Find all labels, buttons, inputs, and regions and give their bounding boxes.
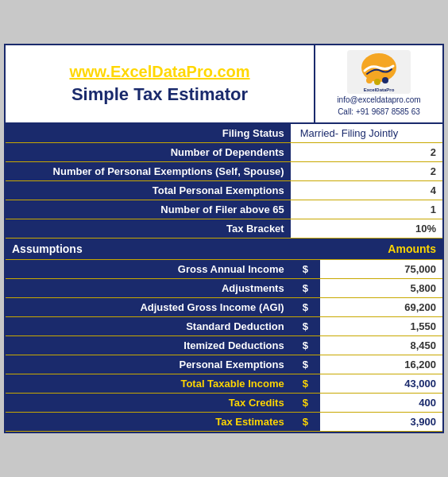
filer-65-value[interactable]: 1 <box>291 200 442 219</box>
svg-point-2 <box>366 77 373 83</box>
itemized-deductions-value[interactable]: 8,450 <box>320 336 442 355</box>
standard-deduction-value[interactable]: 1,550 <box>320 317 442 336</box>
svg-point-4 <box>382 77 388 83</box>
gross-income-dollar: $ <box>291 260 321 279</box>
contact-info: info@exceldatapro.com Call: +91 9687 858… <box>337 94 420 118</box>
header-right: ExcelDataPro info@exceldatapro.com Call:… <box>315 45 442 122</box>
total-taxable-income-dollar: $ <box>291 374 321 394</box>
tax-bracket-label: Tax Bracket <box>6 219 291 238</box>
total-taxable-income-value[interactable]: 43,000 <box>320 374 442 394</box>
agi-label: Adjusted Gross Income (AGI) <box>6 298 291 317</box>
tax-estimates-dollar: $ <box>291 413 321 432</box>
itemized-deductions-dollar: $ <box>291 336 321 355</box>
header-left: www.ExcelDataPro.com Simple Tax Estimato… <box>6 45 315 122</box>
company-logo: ExcelDataPro <box>347 50 411 94</box>
row-tax-bracket: Tax Bracket 10% <box>6 219 442 238</box>
tax-credits-value[interactable]: 400 <box>320 394 442 413</box>
agi-dollar: $ <box>291 298 321 317</box>
gross-income-value[interactable]: 75,000 <box>320 260 442 279</box>
total-personal-exemptions-value[interactable]: 4 <box>291 181 442 200</box>
row-tax-estimates: Tax Estimates $ 3,900 <box>6 413 442 432</box>
agi-value[interactable]: 69,200 <box>320 298 442 317</box>
total-taxable-income-label: Total Taxable Income <box>6 374 291 394</box>
row-tax-credits: Tax Credits $ 400 <box>6 394 442 413</box>
main-table: Filing Status Married- Filing Jointly Nu… <box>6 124 442 432</box>
personal-exemptions-value[interactable]: 16,200 <box>320 355 442 374</box>
tax-credits-dollar: $ <box>291 394 321 413</box>
header: www.ExcelDataPro.com Simple Tax Estimato… <box>6 45 442 124</box>
row-dependents: Number of Dependents 2 <box>6 143 442 162</box>
svg-text:ExcelDataPro: ExcelDataPro <box>364 87 395 92</box>
adjustments-dollar: $ <box>291 279 321 298</box>
assumptions-header: Assumptions <box>6 238 291 260</box>
row-gross-income: Gross Annual Income $ 75,000 <box>6 260 442 279</box>
website-link[interactable]: www.ExcelDataPro.com <box>69 63 249 81</box>
main-container: www.ExcelDataPro.com Simple Tax Estimato… <box>4 44 444 433</box>
contact-phone: Call: +91 9687 8585 63 <box>337 106 420 118</box>
row-standard-deduction: Standard Deduction $ 1,550 <box>6 317 442 336</box>
filing-status-value[interactable]: Married- Filing Jointly <box>291 124 442 143</box>
filing-status-label: Filing Status <box>6 124 291 143</box>
itemized-deductions-label: Itemized Deductions <box>6 336 291 355</box>
total-personal-exemptions-label: Total Personal Exemptions <box>6 181 291 200</box>
personal-exemptions-num-value[interactable]: 2 <box>291 162 442 181</box>
row-agi: Adjusted Gross Income (AGI) $ 69,200 <box>6 298 442 317</box>
row-personal-exemptions-num: Number of Personal Exemptions (Self, Spo… <box>6 162 442 181</box>
row-total-taxable-income: Total Taxable Income $ 43,000 <box>6 374 442 394</box>
row-filing-status: Filing Status Married- Filing Jointly <box>6 124 442 143</box>
dependents-label: Number of Dependents <box>6 143 291 162</box>
tax-credits-label: Tax Credits <box>6 394 291 413</box>
personal-exemptions-label: Personal Exemptions <box>6 355 291 374</box>
adjustments-value[interactable]: 5,800 <box>320 279 442 298</box>
personal-exemptions-num-label: Number of Personal Exemptions (Self, Spo… <box>6 162 291 181</box>
standard-deduction-label: Standard Deduction <box>6 317 291 336</box>
row-personal-exemptions: Personal Exemptions $ 16,200 <box>6 355 442 374</box>
row-itemized-deductions: Itemized Deductions $ 8,450 <box>6 336 442 355</box>
app-title: Simple Tax Estimator <box>71 84 248 105</box>
standard-deduction-dollar: $ <box>291 317 321 336</box>
tax-bracket-value[interactable]: 10% <box>291 219 442 238</box>
row-section-header: Assumptions Amounts <box>6 238 442 260</box>
personal-exemptions-dollar: $ <box>291 355 321 374</box>
svg-point-3 <box>374 79 380 85</box>
amounts-header: Amounts <box>320 238 442 260</box>
row-total-personal-exemptions: Total Personal Exemptions 4 <box>6 181 442 200</box>
row-adjustments: Adjustments $ 5,800 <box>6 279 442 298</box>
contact-email: info@exceldatapro.com <box>337 94 420 106</box>
tax-estimates-value[interactable]: 3,900 <box>320 413 442 432</box>
tax-estimates-label: Tax Estimates <box>6 413 291 432</box>
dependents-value[interactable]: 2 <box>291 143 442 162</box>
gross-income-label: Gross Annual Income <box>6 260 291 279</box>
row-filer-65: Number of Filer above 65 1 <box>6 200 442 219</box>
adjustments-label: Adjustments <box>6 279 291 298</box>
filer-65-label: Number of Filer above 65 <box>6 200 291 219</box>
